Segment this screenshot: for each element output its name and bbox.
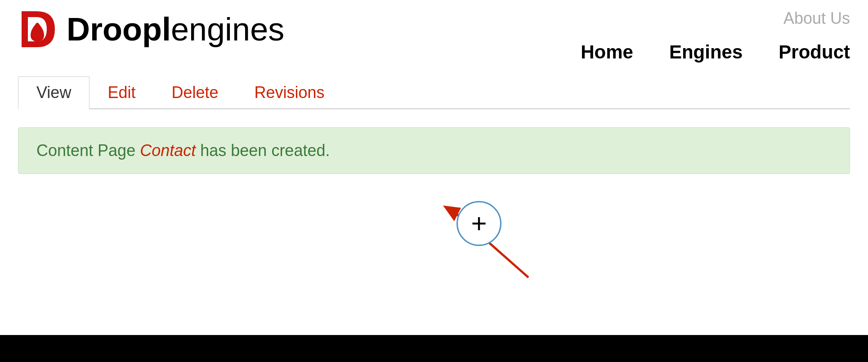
status-link[interactable]: Contact — [140, 141, 196, 160]
logo-droopl: Droopl — [67, 11, 171, 47]
nav-home[interactable]: Home — [581, 41, 633, 63]
about-us-link[interactable]: About Us — [783, 9, 850, 28]
status-suffix: has been created. — [196, 141, 330, 160]
logo-engines: engines — [171, 11, 284, 47]
tab-revisions[interactable]: Revisions — [237, 77, 343, 108]
nav-engines[interactable]: Engines — [669, 41, 743, 63]
nav-menu: Home Engines Product — [581, 41, 850, 63]
nav-product[interactable]: Product — [779, 41, 850, 63]
add-button[interactable]: + — [456, 201, 501, 246]
logo-area: Drooplengines — [18, 9, 284, 49]
plus-icon: + — [471, 210, 487, 237]
header-right: About Us Home Engines Product — [581, 9, 850, 63]
tab-delete[interactable]: Delete — [153, 77, 236, 108]
logo-text: Drooplengines — [67, 13, 284, 45]
status-prefix: Content Page — [36, 141, 140, 160]
logo-icon — [18, 9, 58, 49]
action-area: + — [0, 201, 868, 246]
tab-edit[interactable]: Edit — [89, 77, 153, 108]
status-text: Content Page Contact has been created. — [36, 141, 330, 160]
tab-view[interactable]: View — [18, 76, 89, 109]
tabs-bar: View Edit Delete Revisions — [18, 76, 850, 109]
footer-bar — [0, 335, 868, 362]
status-message: Content Page Contact has been created. — [18, 127, 850, 174]
header: Drooplengines About Us Home Engines Prod… — [0, 0, 868, 63]
